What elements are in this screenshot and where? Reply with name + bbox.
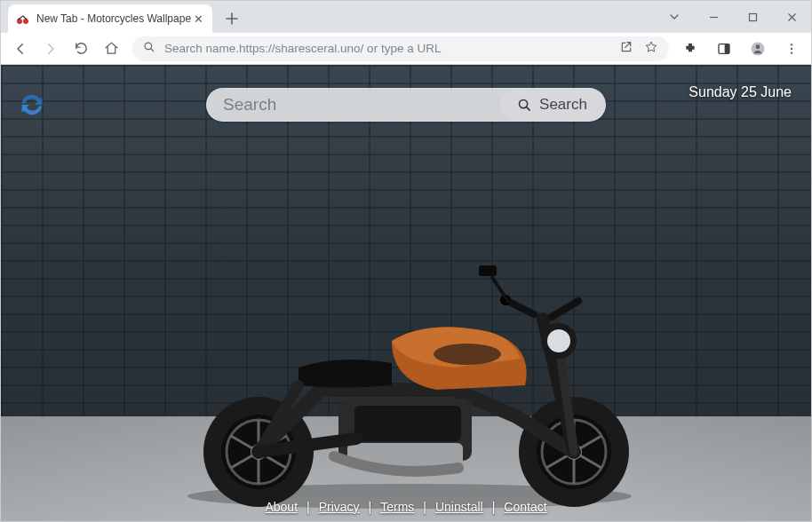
svg-point-0 <box>17 19 22 24</box>
menu-icon[interactable] <box>777 35 806 63</box>
search-icon <box>143 41 155 57</box>
toolbar-right <box>676 35 806 63</box>
svg-point-8 <box>791 44 792 45</box>
svg-point-9 <box>791 47 792 49</box>
footer-uninstall-link[interactable]: Uninstall <box>435 500 483 514</box>
svg-point-10 <box>791 51 792 53</box>
footer-privacy-link[interactable]: Privacy <box>319 500 360 514</box>
nav-forward-button[interactable] <box>36 35 65 63</box>
sidepanel-icon[interactable] <box>710 35 738 63</box>
svg-point-1 <box>23 19 28 24</box>
date-display: Sunday 25 June <box>689 84 792 100</box>
tab-close-icon[interactable]: ✕ <box>191 12 205 26</box>
browser-toolbar: Search name.https://sharesceral.uno/ or … <box>1 33 811 65</box>
search-placeholder: Search <box>223 95 276 115</box>
search-bar: Search Search <box>206 88 606 122</box>
new-tab-button[interactable] <box>219 6 244 31</box>
footer-separator: | <box>369 500 372 514</box>
browser-tab[interactable]: New Tab - Motorcycles Wallpape ✕ <box>8 4 212 33</box>
nav-reload-button[interactable] <box>67 35 95 63</box>
window-controls <box>655 1 811 33</box>
page-content: Sunday 25 June Search Search About | Pri… <box>1 65 811 522</box>
svg-rect-34 <box>354 406 461 441</box>
svg-point-35 <box>434 344 501 365</box>
svg-rect-5 <box>725 44 729 53</box>
nav-back-button[interactable] <box>6 35 35 63</box>
omnibox[interactable]: Search name.https://sharesceral.uno/ or … <box>132 36 669 61</box>
extensions-icon[interactable] <box>676 35 705 63</box>
bookmark-star-icon[interactable] <box>644 40 658 58</box>
window-titlebar: New Tab - Motorcycles Wallpape ✕ <box>1 1 811 33</box>
search-icon <box>517 98 532 113</box>
footer-terms-link[interactable]: Terms <box>380 500 414 514</box>
svg-rect-2 <box>749 13 756 20</box>
motorcycle-image <box>161 212 658 514</box>
svg-point-7 <box>756 44 760 49</box>
footer-separator: | <box>423 500 426 514</box>
footer-separator: | <box>306 500 310 514</box>
window-caret-icon[interactable] <box>655 4 694 30</box>
window-maximize-button[interactable] <box>733 4 772 30</box>
tab-title: New Tab - Motorcycles Wallpape <box>36 12 191 25</box>
window-minimize-button[interactable] <box>694 4 733 30</box>
share-icon[interactable] <box>619 40 633 58</box>
svg-rect-39 <box>479 265 497 276</box>
omnibox-placeholder: Search name.https://sharesceral.uno/ or … <box>164 42 619 55</box>
footer-about-link[interactable]: About <box>265 500 298 514</box>
refresh-wallpaper-button[interactable] <box>17 90 47 120</box>
search-button-label: Search <box>539 96 587 114</box>
footer-separator: | <box>492 500 496 514</box>
tab-favicon-icon <box>15 12 29 26</box>
svg-point-37 <box>547 329 570 352</box>
window-close-button[interactable] <box>772 4 811 30</box>
omnibox-actions <box>619 40 658 58</box>
footer-links: About | Privacy | Terms | Uninstall | Co… <box>265 500 546 514</box>
nav-home-button[interactable] <box>97 35 125 63</box>
profile-icon[interactable] <box>744 35 772 63</box>
search-input[interactable]: Search <box>207 89 498 121</box>
footer-contact-link[interactable]: Contact <box>504 500 546 514</box>
search-button[interactable]: Search <box>498 89 605 121</box>
